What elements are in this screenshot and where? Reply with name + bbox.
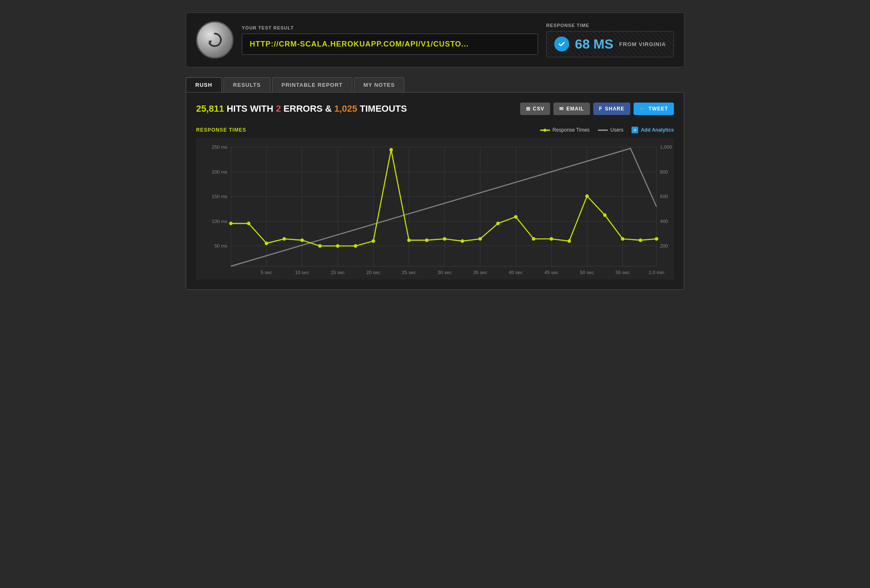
analytics-icon: + xyxy=(632,127,638,133)
svg-point-34 xyxy=(283,237,286,241)
legend-response-times: Response Times xyxy=(540,127,590,133)
svg-point-48 xyxy=(532,237,535,241)
svg-text:400: 400 xyxy=(660,219,668,224)
action-buttons: ⊞ CSV ✉ EMAIL f SHARE 🐦 TWEET xyxy=(520,103,674,115)
svg-point-46 xyxy=(496,222,499,225)
errors-label: ERRORS & xyxy=(283,103,334,114)
svg-text:25 sec: 25 sec xyxy=(402,270,416,275)
svg-point-31 xyxy=(229,222,232,225)
chart-legend: Response Times Users + Add Analytics xyxy=(540,127,674,133)
legend-gray-line xyxy=(598,130,608,131)
legend-response-times-label: Response Times xyxy=(553,127,590,133)
top-panel: YOUR TEST RESULT HTTP://CRM-SCALA.HEROKU… xyxy=(186,12,684,67)
tweet-label: TWEET xyxy=(649,106,668,112)
svg-point-51 xyxy=(585,194,589,198)
reload-button[interactable] xyxy=(196,21,233,59)
svg-point-32 xyxy=(247,222,250,225)
svg-point-38 xyxy=(354,244,357,248)
svg-text:5 sec: 5 sec xyxy=(261,270,273,275)
email-label: EMAIL xyxy=(566,106,584,112)
main-panel: 25,811 HITS WITH 2 ERRORS & 1,025 TIMEOU… xyxy=(186,92,684,290)
svg-point-43 xyxy=(443,237,446,241)
url-display: HTTP://CRM-SCALA.HEROKUAPP.COM/API/V1/CU… xyxy=(242,34,538,55)
hits-summary: 25,811 HITS WITH 2 ERRORS & 1,025 TIMEOU… xyxy=(196,103,407,114)
svg-point-39 xyxy=(371,239,375,243)
email-button[interactable]: ✉ EMAIL xyxy=(553,103,590,115)
response-time-chart: 250 ms 200 ms 150 ms 100 ms 50 ms 1,000 … xyxy=(196,138,674,279)
svg-text:1,000: 1,000 xyxy=(660,145,672,149)
svg-point-36 xyxy=(318,244,322,248)
tab-bar: RUSH RESULTS PRINTABLE REPORT MY NOTES xyxy=(186,77,684,92)
response-time-section: RESPONSE TIME 68 MS FROM VIRGINIA xyxy=(546,23,674,57)
svg-text:20 sec: 20 sec xyxy=(366,270,381,275)
from-location: FROM VIRGINIA xyxy=(619,41,666,47)
svg-text:35 sec: 35 sec xyxy=(473,270,487,275)
svg-point-54 xyxy=(639,238,642,242)
tweet-button[interactable]: 🐦 TWEET xyxy=(634,103,674,115)
hits-label: HITS WITH xyxy=(226,103,276,114)
twitter-icon: 🐦 xyxy=(639,106,646,112)
share-button[interactable]: f SHARE xyxy=(593,103,630,115)
check-icon xyxy=(554,37,569,51)
svg-point-52 xyxy=(603,213,607,217)
svg-text:50 sec: 50 sec xyxy=(580,270,594,275)
svg-text:10 sec: 10 sec xyxy=(295,270,309,275)
svg-point-41 xyxy=(407,238,410,242)
svg-text:15 sec: 15 sec xyxy=(331,270,345,275)
csv-button[interactable]: ⊞ CSV xyxy=(520,103,551,115)
email-icon: ✉ xyxy=(559,106,564,112)
svg-point-49 xyxy=(550,237,553,241)
csv-label: CSV xyxy=(533,106,545,112)
svg-point-37 xyxy=(336,244,339,248)
svg-point-50 xyxy=(568,239,571,243)
tab-results[interactable]: RESULTS xyxy=(224,77,270,92)
legend-green-line xyxy=(540,130,550,131)
svg-text:45 sec: 45 sec xyxy=(544,270,558,275)
svg-text:30 sec: 30 sec xyxy=(437,270,452,275)
svg-point-42 xyxy=(425,238,428,242)
svg-point-47 xyxy=(514,215,517,219)
test-result-label: YOUR TEST RESULT xyxy=(242,25,538,30)
stats-bar: 25,811 HITS WITH 2 ERRORS & 1,025 TIMEOU… xyxy=(196,103,674,115)
share-label: SHARE xyxy=(605,106,624,112)
svg-point-40 xyxy=(389,148,393,152)
response-time-label: RESPONSE TIME xyxy=(546,23,589,28)
svg-point-35 xyxy=(300,238,304,242)
timeouts-count: 1,025 xyxy=(334,103,357,114)
tab-rush[interactable]: RUSH xyxy=(186,77,222,92)
svg-point-45 xyxy=(479,237,482,241)
add-analytics-label: Add Analytics xyxy=(641,127,674,133)
svg-point-53 xyxy=(621,237,624,241)
chart-svg: 250 ms 200 ms 150 ms 100 ms 50 ms 1,000 … xyxy=(196,138,674,279)
svg-rect-1 xyxy=(196,138,674,279)
add-analytics-button[interactable]: + Add Analytics xyxy=(632,127,674,133)
chart-header: RESPONSE TIMES Response Times Users + Ad… xyxy=(196,127,674,133)
legend-users-label: Users xyxy=(610,127,623,133)
svg-point-33 xyxy=(265,242,268,245)
svg-text:150 ms: 150 ms xyxy=(212,194,228,199)
svg-text:200: 200 xyxy=(660,243,668,248)
csv-icon: ⊞ xyxy=(526,106,531,112)
response-time-value: 68 MS FROM VIRGINIA xyxy=(546,31,674,57)
legend-users: Users xyxy=(598,127,623,133)
chart-title: RESPONSE TIMES xyxy=(196,127,246,133)
svg-text:40 sec: 40 sec xyxy=(509,270,523,275)
svg-text:1.0 min: 1.0 min xyxy=(649,270,664,275)
svg-text:50 ms: 50 ms xyxy=(214,243,227,248)
svg-text:100 ms: 100 ms xyxy=(212,219,228,224)
tab-printable-report[interactable]: PRINTABLE REPORT xyxy=(272,77,352,92)
svg-point-44 xyxy=(461,239,464,243)
svg-text:250 ms: 250 ms xyxy=(212,145,228,149)
svg-text:200 ms: 200 ms xyxy=(212,169,228,174)
test-result-section: YOUR TEST RESULT HTTP://CRM-SCALA.HEROKU… xyxy=(242,25,538,55)
tab-my-notes[interactable]: MY NOTES xyxy=(354,77,405,92)
svg-point-55 xyxy=(655,237,658,241)
ms-value: 68 MS xyxy=(575,37,613,52)
timeouts-label: TIMEOUTS xyxy=(360,103,407,114)
facebook-icon: f xyxy=(599,106,602,112)
svg-text:800: 800 xyxy=(660,169,668,174)
svg-text:55 sec: 55 sec xyxy=(616,270,630,275)
main-container: YOUR TEST RESULT HTTP://CRM-SCALA.HEROKU… xyxy=(186,12,684,290)
errors-count: 2 xyxy=(276,103,281,114)
hits-count: 25,811 xyxy=(196,103,224,114)
